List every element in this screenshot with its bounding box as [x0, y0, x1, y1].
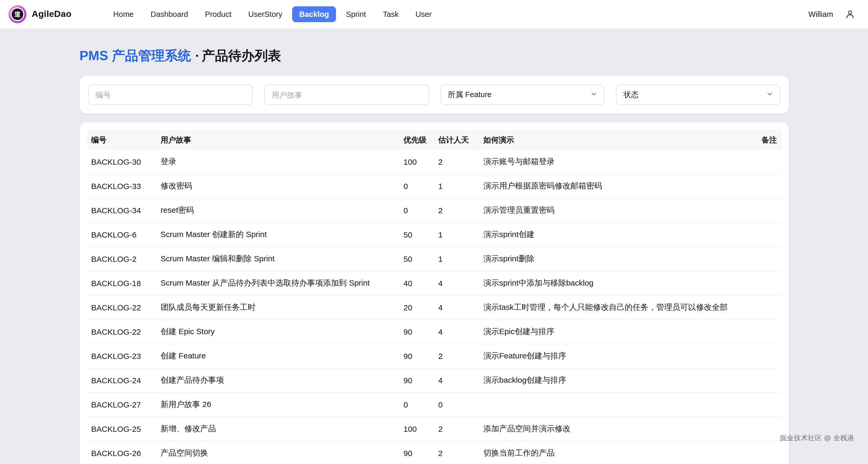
user-icon[interactable]: [845, 9, 855, 20]
cell-days: 4: [434, 368, 479, 393]
table-row[interactable]: BACKLOG-22 团队成员每天更新任务工时 20 4 演示task工时管理，…: [87, 295, 781, 320]
cell-days: 2: [434, 441, 479, 464]
cell-days: 2: [434, 150, 479, 174]
user-name[interactable]: William: [809, 10, 833, 19]
cell-note: [746, 223, 781, 247]
cell-story: 创建产品待办事项: [156, 368, 399, 393]
cell-note: [746, 198, 781, 223]
brand[interactable]: 道 AgileDao: [8, 5, 71, 23]
col-header-note: 备注: [746, 130, 781, 150]
col-header-id: 编号: [87, 130, 156, 150]
cell-id: BACKLOG-22: [87, 295, 156, 320]
cell-note: [746, 271, 781, 295]
cell-priority: 50: [399, 223, 434, 247]
cell-priority: 100: [399, 417, 434, 441]
nav-item-task[interactable]: Task: [376, 6, 405, 22]
table-header: 编号 用户故事 优先级 估计人天 如何演示 备注: [87, 130, 781, 150]
cell-id: BACKLOG-18: [87, 271, 156, 295]
cell-story: 产品空间切换: [156, 441, 399, 464]
cell-demo: [479, 393, 746, 417]
id-filter-input[interactable]: [88, 85, 252, 105]
nav-item-sprint[interactable]: Sprint: [339, 6, 373, 22]
col-header-priority: 优先级: [399, 130, 434, 150]
cell-demo: 演示管理员重置密码: [479, 198, 746, 223]
page-title-separator: ·: [195, 48, 200, 63]
top-navbar: 道 AgileDao HomeDashboardProductUserStory…: [0, 0, 868, 29]
logo-glyph: 道: [14, 11, 21, 18]
feature-select[interactable]: 所属 Feature: [440, 85, 604, 105]
cell-demo: 演示backlog创建与排序: [479, 368, 746, 393]
cell-demo: 演示sprint中添加与移除backlog: [479, 271, 746, 295]
nav-item-home[interactable]: Home: [106, 6, 141, 22]
table-row[interactable]: BACKLOG-27 新用户故事 26 0 0: [87, 393, 781, 417]
backlog-table-card: 编号 用户故事 优先级 估计人天 如何演示 备注 BACKLOG-30 登录 1…: [80, 123, 788, 464]
backlog-table: 编号 用户故事 优先级 估计人天 如何演示 备注 BACKLOG-30 登录 1…: [87, 130, 781, 464]
cell-days: 2: [434, 344, 479, 368]
filter-bar: 所属 Feature 状态: [80, 76, 788, 113]
cell-story: Scrum Master 创建新的 Sprint: [156, 223, 399, 247]
cell-days: 4: [434, 295, 479, 320]
cell-demo: 添加产品空间并演示修改: [479, 417, 746, 441]
cell-id: BACKLOG-6: [87, 223, 156, 247]
cell-id: BACKLOG-2: [87, 247, 156, 271]
nav-item-backlog[interactable]: Backlog: [292, 6, 336, 22]
cell-days: 4: [434, 271, 479, 295]
cell-priority: 0: [399, 174, 434, 198]
nav-item-user[interactable]: User: [409, 6, 438, 22]
table-row[interactable]: BACKLOG-30 登录 100 2 演示账号与邮箱登录: [87, 150, 781, 174]
cell-priority: 40: [399, 271, 434, 295]
table-row[interactable]: BACKLOG-22 创建 Epic Story 90 4 演示Epic创建与排…: [87, 320, 781, 344]
nav-item-product[interactable]: Product: [198, 6, 238, 22]
cell-note: [746, 393, 781, 417]
nav-items: HomeDashboardProductUserStoryBacklogSpri…: [106, 6, 439, 22]
cell-priority: 50: [399, 247, 434, 271]
col-header-days: 估计人天: [434, 130, 479, 150]
table-row[interactable]: BACKLOG-25 新增、修改产品 100 2 添加产品空间并演示修改: [87, 417, 781, 441]
cell-note: [746, 441, 781, 464]
table-row[interactable]: BACKLOG-24 创建产品待办事项 90 4 演示backlog创建与排序: [87, 368, 781, 393]
table-row[interactable]: BACKLOG-34 reset密码 0 2 演示管理员重置密码: [87, 198, 781, 223]
cell-priority: 0: [399, 393, 434, 417]
table-row[interactable]: BACKLOG-2 Scrum Master 编辑和删除 Sprint 50 1…: [87, 247, 781, 271]
nav-item-dashboard[interactable]: Dashboard: [144, 6, 195, 22]
table-row[interactable]: BACKLOG-23 创建 Feature 90 2 演示Feature创建与排…: [87, 344, 781, 368]
cell-days: 4: [434, 320, 479, 344]
cell-id: BACKLOG-22: [87, 320, 156, 344]
chevron-down-icon: [590, 90, 597, 100]
cell-note: [746, 174, 781, 198]
cell-priority: 90: [399, 441, 434, 464]
cell-story: 新用户故事 26: [156, 393, 399, 417]
col-header-demo: 如何演示: [479, 130, 746, 150]
cell-story: reset密码: [156, 198, 399, 223]
page-title: PMS 产品管理系统·产品待办列表: [80, 47, 788, 64]
cell-note: [746, 295, 781, 320]
col-header-story: 用户故事: [156, 130, 399, 150]
cell-note: [746, 320, 781, 344]
nav-item-userstory[interactable]: UserStory: [242, 6, 289, 22]
cell-demo: 演示task工时管理，每个人只能修改自己的任务，管理员可以修改全部: [479, 295, 746, 320]
agiledao-logo-icon: 道: [8, 5, 26, 23]
table-row[interactable]: BACKLOG-26 产品空间切换 90 2 切换当前工作的产品: [87, 441, 781, 464]
cell-story: 登录: [156, 150, 399, 174]
cell-demo: 演示sprint创建: [479, 223, 746, 247]
cell-note: [746, 368, 781, 393]
cell-priority: 90: [399, 320, 434, 344]
cell-note: [746, 344, 781, 368]
cell-days: 1: [434, 174, 479, 198]
cell-note: [746, 417, 781, 441]
story-filter-input[interactable]: [264, 85, 429, 105]
cell-days: 1: [434, 247, 479, 271]
cell-days: 2: [434, 417, 479, 441]
cell-days: 2: [434, 198, 479, 223]
cell-demo: 演示sprint删除: [479, 247, 746, 271]
cell-id: BACKLOG-23: [87, 344, 156, 368]
brand-name: AgileDao: [32, 9, 71, 20]
status-select[interactable]: 状态: [616, 85, 780, 105]
table-row[interactable]: BACKLOG-33 修改密码 0 1 演示用户根据原密码修改邮箱密码: [87, 174, 781, 198]
table-row[interactable]: BACKLOG-18 Scrum Master 从产品待办列表中选取待办事项添加…: [87, 271, 781, 295]
cell-story: 创建 Feature: [156, 344, 399, 368]
table-row[interactable]: BACKLOG-6 Scrum Master 创建新的 Sprint 50 1 …: [87, 223, 781, 247]
backlog-table-body: BACKLOG-30 登录 100 2 演示账号与邮箱登录 BACKLOG-33…: [87, 150, 781, 464]
cell-story: 修改密码: [156, 174, 399, 198]
cell-id: BACKLOG-34: [87, 198, 156, 223]
